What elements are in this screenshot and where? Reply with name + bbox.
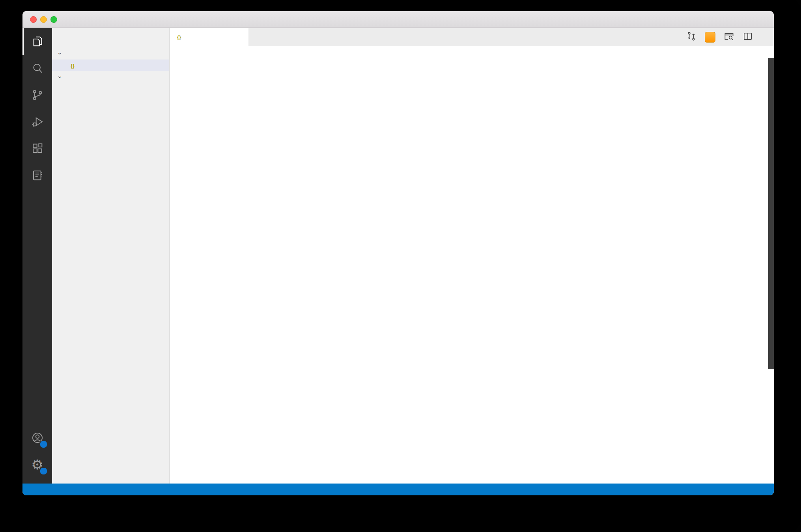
- extension-shin-icon[interactable]: [705, 32, 715, 43]
- json-icon: {}: [175, 34, 183, 40]
- editor-group: {}: [170, 28, 774, 484]
- chevron-down-icon: [57, 50, 62, 57]
- editor-actions: [686, 28, 774, 46]
- close-button[interactable]: [30, 16, 37, 23]
- workbench: ⚙ {}: [22, 28, 774, 484]
- open-editor-item-datum-json[interactable]: {}: [52, 60, 169, 71]
- compare-changes-icon[interactable]: [686, 31, 696, 43]
- tab-datum-json[interactable]: {}: [170, 28, 248, 46]
- settings-gear-icon[interactable]: ⚙: [22, 451, 52, 478]
- activity-bar: ⚙: [22, 28, 52, 484]
- accounts-icon[interactable]: [22, 424, 52, 451]
- breadcrumb: [170, 46, 774, 58]
- json-icon: {}: [69, 63, 77, 69]
- run-debug-icon[interactable]: [22, 108, 52, 135]
- section-src[interactable]: [52, 71, 169, 83]
- notebook-icon[interactable]: [22, 162, 52, 189]
- vscode-window: ⚙ {}: [22, 11, 774, 495]
- explorer-header: [52, 32, 169, 48]
- screen: ⚙ {}: [0, 0, 801, 532]
- split-editor-icon[interactable]: [743, 31, 753, 43]
- code-editor[interactable]: [170, 58, 774, 484]
- extensions-icon[interactable]: [22, 135, 52, 162]
- section-open-editors[interactable]: [52, 48, 169, 60]
- chevron-down-icon: [57, 74, 62, 81]
- accounts-badge: [39, 440, 48, 448]
- minimize-button[interactable]: [40, 16, 47, 23]
- sidebar-explorer: {}: [52, 28, 170, 484]
- open-preview-icon[interactable]: [724, 31, 734, 43]
- editor-scrollbar[interactable]: [768, 58, 774, 369]
- settings-badge: [39, 467, 48, 475]
- activity-bar-bottom: ⚙: [22, 424, 52, 484]
- status-bar: [22, 484, 774, 495]
- zoom-button[interactable]: [50, 16, 57, 23]
- tab-bar: {}: [170, 28, 774, 46]
- title-bar[interactable]: [22, 11, 774, 28]
- explorer-icon[interactable]: [22, 28, 52, 55]
- search-icon[interactable]: [22, 55, 52, 82]
- source-control-icon[interactable]: [22, 82, 52, 108]
- window-controls: [30, 11, 57, 28]
- sidebar-empty-space: [52, 83, 169, 484]
